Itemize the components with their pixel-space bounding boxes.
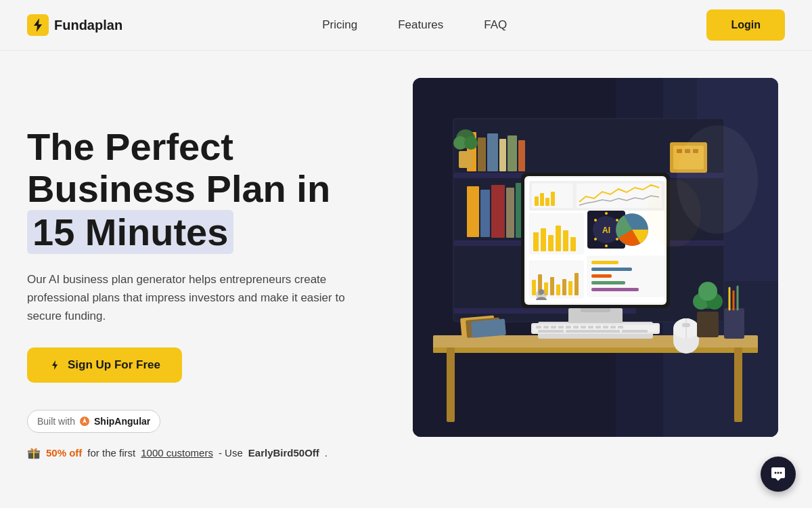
svg-rect-67 [551, 192, 555, 206]
svg-rect-94 [581, 326, 586, 329]
svg-rect-82 [591, 281, 625, 284]
lightning-icon [49, 359, 61, 371]
chat-button[interactable] [761, 457, 796, 492]
svg-rect-64 [535, 196, 539, 206]
svg-rect-114 [697, 312, 719, 337]
svg-point-27 [464, 136, 478, 150]
login-button[interactable]: Login [706, 9, 785, 41]
hero-right: AI [406, 78, 785, 508]
svg-rect-51 [570, 237, 576, 251]
svg-rect-66 [545, 198, 549, 206]
svg-rect-49 [556, 226, 561, 251]
svg-rect-76 [568, 281, 572, 295]
brand-name: Fundaplan [54, 18, 122, 33]
svg-rect-50 [563, 230, 568, 251]
svg-rect-5 [28, 452, 40, 453]
svg-rect-88 [536, 326, 541, 329]
ship-angular-name: ShipAngular [94, 416, 150, 427]
svg-rect-74 [556, 284, 560, 295]
brand-icon [27, 14, 49, 36]
navbar: Fundaplan Pricing Features FAQ Login [0, 0, 812, 51]
svg-rect-89 [543, 326, 549, 329]
svg-rect-96 [595, 326, 601, 329]
svg-point-60 [594, 219, 597, 221]
promo-prefix: for the first [87, 447, 135, 459]
signup-button[interactable]: Sign Up For Free [27, 347, 182, 383]
svg-rect-14 [734, 347, 742, 422]
promo-suffix: . [325, 447, 328, 459]
svg-rect-48 [548, 235, 554, 251]
svg-rect-23 [518, 140, 525, 171]
svg-rect-24 [459, 151, 472, 168]
svg-point-56 [616, 219, 618, 221]
nav-links: Pricing Features FAQ [322, 18, 507, 32]
svg-point-121 [775, 472, 777, 474]
headline-line1: The Perfect [27, 125, 233, 168]
svg-rect-4 [33, 450, 35, 459]
svg-rect-31 [506, 188, 514, 238]
svg-rect-77 [574, 273, 579, 295]
promo-bar: 50% off for the first 1000 customers - U… [27, 446, 379, 460]
nav-features[interactable]: Features [398, 18, 443, 32]
hero-left: The Perfect Business Plan in 15 Minutes … [27, 126, 379, 459]
gift-icon [27, 446, 41, 460]
svg-rect-91 [558, 326, 564, 329]
svg-point-122 [777, 472, 780, 474]
svg-rect-70 [532, 280, 536, 295]
nav-pricing[interactable]: Pricing [322, 18, 357, 32]
svg-rect-19 [478, 137, 486, 171]
svg-point-58 [605, 245, 608, 247]
svg-rect-102 [622, 330, 648, 333]
desk-scene-svg: AI [413, 78, 778, 437]
svg-rect-95 [588, 326, 593, 329]
promo-middle: - Use [219, 447, 243, 459]
svg-rect-12 [433, 347, 758, 353]
svg-point-59 [594, 238, 597, 240]
svg-point-123 [780, 472, 782, 474]
svg-rect-47 [541, 228, 546, 251]
svg-point-118 [698, 282, 717, 301]
chat-icon [770, 466, 786, 482]
brand-logo[interactable]: Fundaplan [27, 14, 122, 36]
svg-rect-90 [551, 326, 556, 329]
built-with-badge: Built with ShipAngular [27, 410, 160, 433]
svg-rect-75 [562, 279, 566, 295]
svg-rect-30 [491, 185, 505, 238]
svg-rect-93 [573, 326, 579, 329]
svg-point-120 [677, 125, 758, 234]
svg-rect-83 [591, 288, 639, 291]
promo-code: EarlyBird50Off [248, 447, 319, 459]
svg-point-55 [605, 212, 608, 215]
svg-rect-22 [508, 135, 517, 171]
svg-rect-65 [540, 193, 544, 206]
svg-rect-109 [471, 319, 506, 338]
svg-rect-101 [566, 330, 620, 333]
svg-point-85 [539, 289, 544, 295]
svg-rect-80 [591, 268, 632, 271]
svg-rect-99 [618, 326, 623, 329]
svg-rect-29 [480, 190, 490, 237]
hero-subheadline: Our AI business plan generator helps ent… [27, 270, 359, 326]
svg-text:AI: AI [602, 226, 610, 235]
svg-rect-21 [499, 139, 506, 171]
svg-rect-20 [487, 133, 498, 171]
headline-line2: Business Plan in [27, 167, 330, 210]
headline-highlight: 15 Minutes [27, 210, 233, 255]
svg-rect-28 [467, 186, 479, 237]
svg-rect-106 [682, 323, 690, 327]
hero-headline: The Perfect Business Plan in 15 Minutes [27, 126, 379, 254]
svg-rect-110 [724, 308, 744, 339]
svg-rect-13 [447, 347, 455, 422]
ship-angular-icon [79, 416, 90, 427]
main-content: The Perfect Business Plan in 15 Minutes … [0, 51, 812, 508]
nav-faq[interactable]: FAQ [484, 18, 507, 32]
svg-rect-92 [566, 326, 571, 329]
promo-percent: 50% off [46, 447, 82, 459]
svg-rect-73 [550, 277, 554, 295]
promo-customers-link[interactable]: 1000 customers [141, 447, 213, 459]
svg-rect-98 [610, 326, 616, 329]
svg-rect-79 [591, 261, 618, 264]
built-with-text: Built with [37, 416, 75, 427]
svg-rect-81 [591, 274, 612, 278]
svg-rect-46 [533, 232, 539, 251]
